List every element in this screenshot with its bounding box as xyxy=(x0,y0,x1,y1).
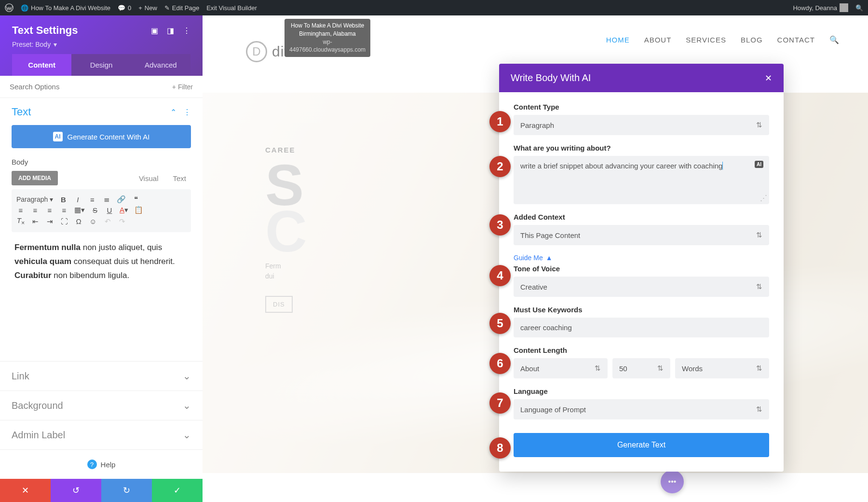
help-link[interactable]: ?Help xyxy=(0,449,203,479)
annotation-badge-7: 7 xyxy=(489,392,511,414)
italic-button[interactable]: I xyxy=(73,195,82,204)
clear-format-button[interactable]: T× xyxy=(16,216,25,226)
help-icon: ? xyxy=(87,460,97,469)
site-tooltip: How To Make A Divi Website Birmingham, A… xyxy=(285,19,370,57)
close-icon[interactable]: ✕ xyxy=(765,73,772,84)
add-media-button[interactable]: ADD MEDIA xyxy=(12,171,58,185)
floating-more-button[interactable]: ••• xyxy=(661,470,684,493)
annotation-badge-8: 8 xyxy=(489,437,511,459)
format-select[interactable]: Paragraph ▾ xyxy=(16,195,53,203)
emoji-button[interactable]: ☺ xyxy=(89,217,97,225)
preset-dropdown[interactable]: Preset: Body ▾ xyxy=(12,41,190,54)
section-more-icon[interactable]: ⋮ xyxy=(183,108,191,117)
content-type-select[interactable]: Paragraph⇅ xyxy=(514,115,769,135)
caret-icon: ⇅ xyxy=(756,121,762,129)
annotation-badge-2: 2 xyxy=(489,156,511,177)
bold-button[interactable]: B xyxy=(59,195,68,204)
section-admin-label[interactable]: Admin Label⌄ xyxy=(0,420,203,449)
discover-button[interactable]: DIS xyxy=(265,296,293,313)
collapse-up-icon[interactable]: ⌃ xyxy=(170,108,176,117)
label-content-type: Content Type xyxy=(514,103,769,111)
wp-admin-bar: 🌐 How To Make A Divi Website 💬 0 + New ✎… xyxy=(0,0,868,15)
save-button[interactable]: ✓ xyxy=(152,479,203,502)
dock-icon[interactable]: ◨ xyxy=(167,26,174,35)
length-number-input[interactable]: 50⇅ xyxy=(612,358,670,378)
align-right-button[interactable]: ≡ xyxy=(45,206,54,214)
label-content-length: Content Length xyxy=(514,346,769,354)
nav-about[interactable]: ABOUT xyxy=(644,36,672,44)
search-options-input[interactable] xyxy=(10,83,172,91)
comments-link[interactable]: 💬 0 xyxy=(118,4,131,12)
align-center-button[interactable]: ≡ xyxy=(31,206,40,214)
caret-icon: ⇅ xyxy=(756,405,762,414)
undo-button[interactable]: ↶ xyxy=(103,217,112,226)
resize-handle[interactable]: ⋰ xyxy=(760,194,767,202)
guide-me-toggle[interactable]: Guide Me ▲ xyxy=(514,254,769,262)
ai-badge-icon[interactable]: AI xyxy=(755,161,763,168)
ol-button[interactable]: ≣ xyxy=(102,195,111,204)
exit-builder-link[interactable]: Exit Visual Builder xyxy=(206,4,257,12)
redo-footer-button[interactable]: ↻ xyxy=(101,479,152,502)
tab-design[interactable]: Design xyxy=(71,54,131,76)
label-tone: Tone of Voice xyxy=(514,265,769,273)
quote-button[interactable]: ❝ xyxy=(132,195,140,204)
section-link[interactable]: Link⌄ xyxy=(0,361,203,390)
editor-tab-text[interactable]: Text xyxy=(173,171,186,185)
align-justify-button[interactable]: ≡ xyxy=(60,206,68,214)
logo-icon: D xyxy=(246,41,267,62)
indent-button[interactable]: ⇥ xyxy=(45,217,54,226)
focus-icon[interactable]: ▣ xyxy=(151,26,158,35)
ul-button[interactable]: ≡ xyxy=(88,195,96,204)
keywords-input[interactable] xyxy=(514,318,769,337)
added-context-select[interactable]: This Page Content⇅ xyxy=(514,225,769,245)
table-button[interactable]: ▦▾ xyxy=(74,206,85,214)
annotation-badge-1: 1 xyxy=(489,111,511,132)
more-icon[interactable]: ⋮ xyxy=(183,26,190,35)
generate-content-ai-button[interactable]: AI Generate Content With AI xyxy=(12,125,191,148)
length-unit-select[interactable]: Words⇅ xyxy=(675,358,769,378)
nav-services[interactable]: SERVICES xyxy=(686,36,726,44)
section-background[interactable]: Background⌄ xyxy=(0,390,203,420)
edit-page-link[interactable]: ✎ Edit Page xyxy=(164,4,199,12)
strike-button[interactable]: S xyxy=(91,206,99,214)
prompt-textarea[interactable]: write a brief snippet about advancing yo… xyxy=(514,156,769,204)
tab-content[interactable]: Content xyxy=(12,54,71,76)
wp-logo-icon[interactable] xyxy=(5,3,14,12)
cancel-button[interactable]: ✕ xyxy=(0,479,51,502)
annotation-badge-3: 3 xyxy=(489,214,511,236)
settings-sidebar: Text Settings ▣ ◨ ⋮ Preset: Body ▾ Conte… xyxy=(0,15,203,502)
redo-button[interactable]: ↷ xyxy=(118,217,126,226)
site-name-link[interactable]: 🌐 How To Make A Divi Website xyxy=(21,4,110,12)
caret-icon: ⇅ xyxy=(756,231,762,239)
tab-advanced[interactable]: Advanced xyxy=(131,54,190,76)
specialchar-button[interactable]: Ω xyxy=(74,217,83,225)
modal-title: Write Body With AI xyxy=(511,72,591,84)
body-editor[interactable]: Fermentum nulla non justo aliquet, quis … xyxy=(12,232,191,292)
generate-text-button[interactable]: Generate Text xyxy=(514,433,769,457)
caret-icon: ⇅ xyxy=(595,364,601,373)
editor-tab-visual[interactable]: Visual xyxy=(139,171,159,185)
textcolor-button[interactable]: A▾ xyxy=(120,206,128,214)
underline-button[interactable]: U xyxy=(105,206,114,214)
search-icon[interactable]: 🔍 xyxy=(855,4,863,12)
undo-footer-button[interactable]: ↺ xyxy=(51,479,101,502)
label-added-context: Added Context xyxy=(514,213,769,221)
filter-button[interactable]: + Filter xyxy=(172,83,193,91)
link-button[interactable]: 🔗 xyxy=(117,195,126,204)
paste-button[interactable]: 📋 xyxy=(134,206,143,214)
nav-search-icon[interactable]: 🔍 xyxy=(829,35,839,44)
greeting[interactable]: Howdy, Deanna xyxy=(793,3,848,12)
stepper-icon[interactable]: ⇅ xyxy=(657,364,664,373)
language-select[interactable]: Language of Prompt⇅ xyxy=(514,399,769,419)
nav-contact[interactable]: CONTACT xyxy=(777,36,815,44)
align-left-button[interactable]: ≡ xyxy=(16,206,25,214)
outdent-button[interactable]: ⇤ xyxy=(31,217,40,226)
ai-icon: AI xyxy=(53,132,63,141)
new-link[interactable]: + New xyxy=(138,4,157,12)
nav-home[interactable]: HOME xyxy=(606,36,630,44)
fullscreen-button[interactable]: ⛶ xyxy=(60,217,68,225)
tone-select[interactable]: Creative⇅ xyxy=(514,277,769,297)
nav-blog[interactable]: BLOG xyxy=(741,36,763,44)
length-approx-select[interactable]: About⇅ xyxy=(514,358,608,378)
section-text-title: Text xyxy=(12,106,31,118)
